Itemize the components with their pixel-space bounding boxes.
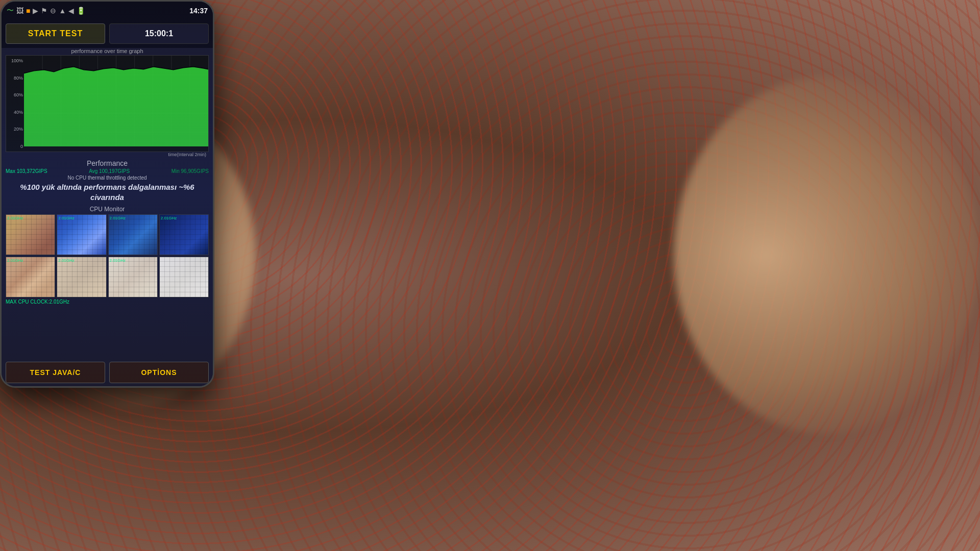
y-label-60: 60%: [7, 92, 23, 97]
play-icon: ▶: [33, 7, 38, 15]
photo-icon: 🖼: [16, 7, 23, 15]
test-java-c-button[interactable]: TEST JAVA/C: [6, 362, 105, 383]
options-button[interactable]: OPTİONS: [109, 362, 209, 383]
wifi-icon: ▲: [59, 7, 66, 15]
y-label-100: 100%: [7, 58, 23, 63]
graph-time-label: time(Interval 2min): [6, 152, 209, 157]
battery-icon: 🔋: [77, 7, 85, 15]
cpu-freq-3: 2.01GHz: [161, 216, 177, 220]
performance-note: %100 yük altında performans dalgalanması…: [6, 182, 209, 202]
graph-y-labels: 100% 80% 60% 40% 20% 0: [6, 56, 24, 152]
cpu-monitor-label: CPU Monitor: [2, 206, 213, 213]
stat-max: Max 103,372GIPS: [6, 168, 47, 174]
y-label-0: 0: [7, 144, 23, 149]
graph-title: performance over time graph: [6, 48, 209, 54]
cpu-freq-6: 2.01GHz: [110, 258, 126, 263]
cpu-cell-7: [159, 257, 209, 297]
graph-area: [24, 56, 208, 152]
cpu-freq-5: 2.01GHz: [58, 258, 75, 263]
top-row: START TEST 15:00:1: [2, 19, 213, 48]
cpu-cell-2: 2.01GHz: [108, 214, 158, 255]
cpu-cell-4: 2.01GHz: [6, 257, 55, 297]
cpu-freq-4: 2.01GHz: [7, 258, 23, 263]
graph-container: 100% 80% 60% 40% 20% 0: [6, 55, 209, 152]
max-cpu-info: MAX CPU CLOCK:2.01GHz: [2, 297, 213, 306]
timer-display: 15:00:1: [109, 23, 209, 44]
y-label-40: 40%: [7, 110, 23, 115]
app-content: START TEST 15:00:1 performance over time…: [2, 19, 213, 386]
cpu-cell-5: 2.01GHz: [57, 257, 106, 297]
status-icons: 〜 🖼 ■ ▶ ⚑ ⊖ ▲ ◀ 🔋: [7, 6, 186, 15]
cpu-freq-0: 2.01GHz: [7, 216, 23, 220]
graph-svg: [24, 56, 208, 152]
start-test-button[interactable]: START TEST: [6, 23, 105, 44]
cpu-cell-1: 2.01GHz: [57, 214, 106, 255]
y-label-80: 80%: [7, 76, 23, 81]
cpu-cell-0: 2.01GHz: [6, 214, 55, 255]
status-time: 14:37: [189, 7, 208, 15]
signal-icon: ◀: [68, 7, 74, 15]
y-label-20: 20%: [7, 127, 23, 132]
cpu-cell-3: 2.01GHz: [159, 214, 209, 255]
flag-icon: ⚑: [41, 7, 47, 15]
performance-stats: Max 103,372GIPS Avg 100,197GIPS Min 96,9…: [6, 168, 209, 174]
cpu-freq-2: 2.01GHz: [110, 216, 126, 220]
bottom-buttons: TEST JAVA/C OPTİONS: [2, 359, 213, 386]
cpu-cell-6: 2.01GHz: [108, 257, 158, 297]
svg-marker-13: [24, 67, 208, 146]
performance-title: Performance: [6, 159, 209, 167]
minus-icon: ⊖: [50, 7, 56, 15]
status-bar: 〜 🖼 ■ ▶ ⚑ ⊖ ▲ ◀ 🔋 14:37: [2, 2, 213, 19]
throttle-status: No CPU thermal throttling detected: [6, 175, 209, 181]
graph-section: performance over time graph 100% 80% 60%…: [2, 48, 213, 157]
stat-min: Min 96,905GIPS: [172, 168, 209, 174]
cpu-freq-1: 2.01GHz: [58, 216, 75, 220]
performance-section: Performance Max 103,372GIPS Avg 100,197G…: [2, 157, 213, 206]
square-icon: ■: [26, 7, 30, 15]
wave-icon: 〜: [7, 6, 14, 15]
cpu-grid: 2.01GHz 2.01GHz 2.01GHz 2.01GHz 2.0: [2, 214, 213, 297]
stat-avg: Avg 100,197GIPS: [89, 168, 130, 174]
